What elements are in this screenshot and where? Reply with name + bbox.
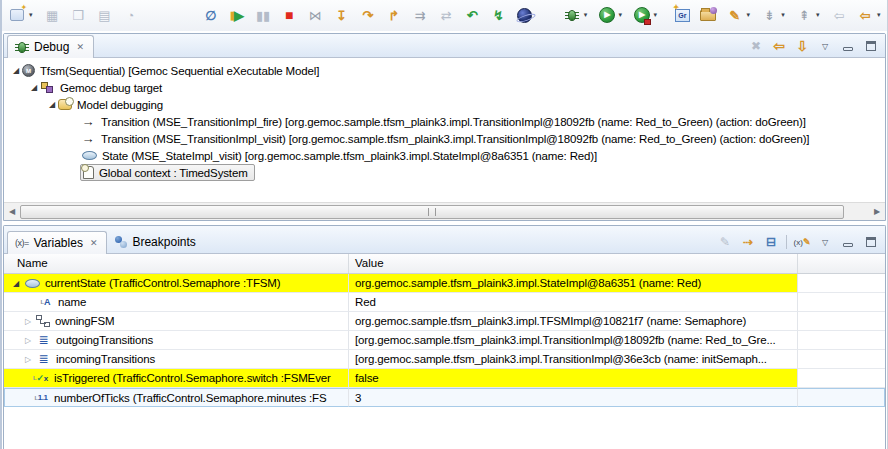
variable-row-name[interactable]: LA name Red (4, 293, 885, 312)
state-oval-icon (82, 151, 97, 160)
variable-name: numberOfTicks (TrafficControl.Semaphore.… (49, 392, 327, 404)
column-header-name[interactable]: Name (4, 254, 349, 273)
step-down-icon[interactable]: ⇩ (794, 38, 810, 54)
scroll-left-icon[interactable]: ◀ (4, 207, 20, 216)
step-backward-icon[interactable]: ↶ (463, 6, 481, 25)
horizontal-scrollbar[interactable]: ◀ ▶ (4, 202, 885, 220)
variable-row-outgoingTransitions[interactable]: ▷ ≣ outgoingTransitions [org.gemoc.sampl… (4, 331, 885, 350)
variable-row-numberOfTicks[interactable]: L1.1 numberOfTicks (TrafficControl.Semap… (4, 388, 885, 407)
tree-item-transition-visit[interactable]: → Transition (MSE_TransitionImpl_visit) … (4, 130, 885, 147)
variable-row-owningFSM[interactable]: ▷ owningFSM org.gemoc.sample.tfsm_plaink… (4, 312, 885, 331)
close-icon[interactable]: ✕ (76, 42, 84, 52)
variables-table-header: Name Value (4, 254, 885, 274)
save-all-icon[interactable]: ❒ (69, 6, 87, 25)
open-folder-icon[interactable] (699, 6, 717, 25)
disconnect-icon[interactable]: ⋈ (306, 6, 324, 25)
tree-item-model-debugging[interactable]: ◢ Model debugging (4, 96, 885, 113)
external-tools-icon[interactable]: ▶ (632, 6, 650, 25)
tree-item-transition-fire[interactable]: → Transition (MSE_TransitionImpl_fire) [… (4, 113, 885, 130)
expander-icon[interactable]: ◢ (10, 279, 22, 288)
maximize-icon[interactable] (863, 38, 879, 54)
variables-tabstrip: (x)= Variables ✕ Breakpoints ✎ ⇢ ⊟ (x)✎ … (4, 226, 885, 254)
visualize-globe-icon[interactable] (515, 6, 533, 25)
previous-annotation-icon[interactable]: ⇞ (795, 6, 813, 25)
tree-item-debug-target[interactable]: ◢ Gemoc debug target (4, 79, 885, 96)
step-into-icon[interactable]: ↧ (332, 6, 350, 25)
minimize-icon[interactable] (840, 234, 856, 250)
selected-item-pill: Global context : TimedSystem (80, 164, 255, 181)
maximize-icon[interactable] (863, 234, 879, 250)
step-back-icon[interactable]: ⇦ (771, 38, 787, 54)
variables-icon: (x)= (15, 238, 29, 248)
debug-dropdown-icon[interactable]: ▾ (581, 11, 590, 19)
debug-bug-icon (15, 40, 29, 54)
scrollbar-track[interactable] (20, 204, 869, 220)
external-tools-dropdown-icon[interactable]: ▾ (651, 11, 660, 19)
tab-debug[interactable]: Debug ✕ (7, 35, 94, 58)
new-wizard-dropdown-icon[interactable]: ▾ (26, 11, 35, 19)
drop-to-frame-icon[interactable]: ⇄ (437, 6, 455, 25)
new-wizard-icon[interactable] (8, 6, 26, 25)
view-menu-icon[interactable]: ▽ (817, 38, 833, 54)
scrollbar-grip-icon (428, 208, 436, 216)
expander-icon[interactable]: ▷ (22, 317, 34, 326)
eclipse-window: ▾ ▦ ❒ ▤ ◔ ∅ ▮▶ ▮▮ ■ ⋈ ↧ ↷ ↱ ⇉ ⇄ ↶ ↯ (0, 0, 888, 449)
expander-icon[interactable]: ▷ (22, 355, 34, 364)
expander-icon[interactable]: ◢ (28, 83, 40, 92)
number-attribute-icon: L1.1 (33, 393, 49, 402)
run-dropdown-icon[interactable]: ▾ (616, 11, 625, 19)
debug-tabstrip: Debug ✕ ✖ ⇦ ⇩ ▽ (4, 34, 885, 58)
variable-row-incomingTransitions[interactable]: ▷ ≣ incomingTransitions [org.gemoc.sampl… (4, 350, 885, 369)
scrollbar-thumb[interactable] (20, 205, 844, 219)
expander-icon[interactable]: ▷ (22, 336, 34, 345)
tree-item-global-context[interactable]: Global context : TimedSystem (4, 164, 885, 181)
terminate-icon[interactable]: ■ (280, 6, 298, 25)
collapse-all-icon[interactable]: ⊟ (763, 234, 779, 250)
refresh-icon[interactable]: ◔ (121, 6, 139, 25)
show-logical-structure-icon[interactable]: ⇢ (740, 234, 756, 250)
show-type-names-icon[interactable]: ✎ (717, 234, 733, 250)
debug-launch-icon[interactable] (563, 6, 581, 25)
scroll-right-icon[interactable]: ▶ (869, 207, 885, 216)
mark-occurrences-icon[interactable]: ✎ (725, 6, 743, 25)
watch-expression-icon[interactable]: (x)✎ (794, 234, 810, 250)
remove-all-terminated-icon[interactable]: ✖ (748, 38, 764, 54)
variable-name: isTriggered (TrafficControl.Semaphore.sw… (49, 372, 331, 384)
close-icon[interactable]: ✕ (90, 238, 98, 248)
variable-row-currentState[interactable]: ◢ currentState (TrafficControl.Semaphore… (4, 274, 885, 293)
view-menu-icon[interactable]: ▽ (817, 234, 833, 250)
resume-icon[interactable]: ▮▶ (228, 6, 246, 25)
expander-icon[interactable]: ◢ (10, 66, 22, 75)
minimize-icon[interactable] (840, 38, 856, 54)
step-over-icon[interactable]: ↷ (358, 6, 376, 25)
variable-row-isTriggered[interactable]: L✓x isTriggered (TrafficControl.Semaphor… (4, 369, 885, 388)
main-toolbar: ▾ ▦ ❒ ▤ ◔ ∅ ▮▶ ▮▮ ■ ⋈ ↧ ↷ ↱ ⇉ ⇄ ↶ ↯ (2, 0, 887, 31)
next-annotation-dropdown-icon[interactable]: ▾ (779, 11, 788, 19)
forward-icon[interactable]: ⇦ (830, 6, 848, 25)
tree-item-label: Transition (MSE_TransitionImpl_visit) [o… (96, 133, 809, 145)
new-graph-icon[interactable]: Gr (673, 6, 691, 25)
run-icon[interactable]: ▶ (598, 6, 616, 25)
back-icon[interactable]: ⇦ (856, 6, 874, 25)
next-annotation-icon[interactable]: ⇟ (760, 6, 778, 25)
debug-view-toolbar: ✖ ⇦ ⇩ ▽ (748, 38, 885, 57)
skip-all-breakpoints-icon[interactable]: ∅ (202, 6, 220, 25)
save-icon[interactable]: ▦ (43, 6, 61, 25)
debug-target-icon (40, 81, 55, 94)
back-dropdown-icon[interactable]: ▾ (875, 11, 884, 19)
print-icon[interactable]: ▤ (95, 6, 113, 25)
step-forward-icon[interactable]: ↯ (489, 6, 507, 25)
previous-annotation-dropdown-icon[interactable]: ▾ (814, 11, 823, 19)
tab-variables[interactable]: (x)= Variables ✕ (7, 231, 107, 254)
mark-occurrences-dropdown-icon[interactable]: ▾ (744, 11, 753, 19)
use-step-filters-icon[interactable]: ⇉ (411, 6, 429, 25)
variable-value: false (349, 369, 798, 388)
tree-item-engine[interactable]: ◢ M Tfsm(Sequential) [Gemoc Sequential e… (4, 62, 885, 79)
tree-item-state-visit[interactable]: State (MSE_StateImpl_visit) [org.gemoc.s… (4, 147, 885, 164)
state-oval-icon (25, 279, 40, 288)
step-return-icon[interactable]: ↱ (385, 6, 403, 25)
suspend-icon[interactable]: ▮▮ (254, 6, 272, 25)
tab-breakpoints[interactable]: Breakpoints (107, 231, 204, 253)
expander-icon[interactable]: ◢ (46, 100, 58, 109)
column-header-value[interactable]: Value (349, 254, 798, 273)
